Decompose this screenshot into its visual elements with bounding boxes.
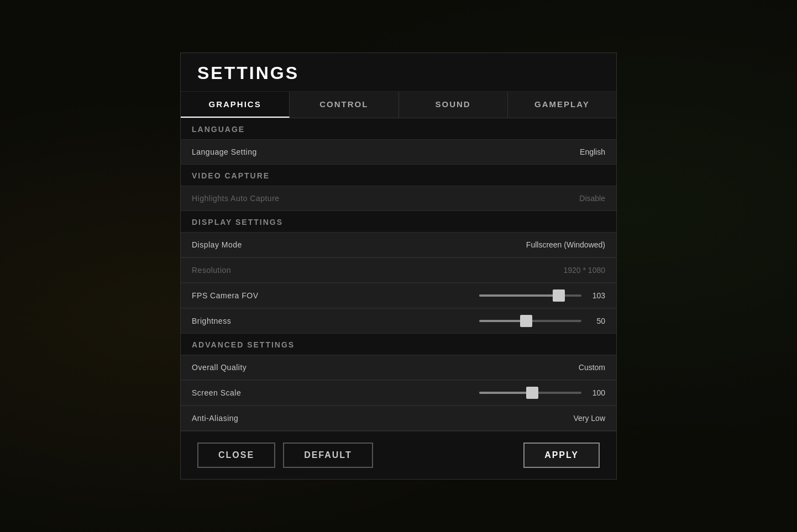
screen-scale-slider-fill xyxy=(479,392,532,394)
display-settings-section-header: DISPLAY SETTINGS xyxy=(181,211,616,232)
settings-window: SETTINGS GRAPHICS CONTROL SOUND GAMEPLAY… xyxy=(180,52,617,480)
tab-sound[interactable]: SOUND xyxy=(399,92,508,118)
resolution-value: 1920 * 1080 xyxy=(563,266,605,275)
fps-fov-value: 103 xyxy=(586,291,605,300)
footer-bar: CLOSE DEFAULT APPLY xyxy=(181,431,616,479)
display-mode-value: Fullscreen (Windowed) xyxy=(526,240,605,249)
anti-aliasing-label: Anti-Aliasing xyxy=(192,414,238,423)
fps-fov-row: FPS Camera FOV 103 xyxy=(181,283,616,308)
apply-button[interactable]: APPLY xyxy=(523,443,600,468)
display-settings-section-title: DISPLAY SETTINGS xyxy=(192,218,605,227)
video-capture-section-header: VIDEO CAPTURE xyxy=(181,165,616,186)
tabs-bar: GRAPHICS CONTROL SOUND GAMEPLAY xyxy=(181,92,616,118)
tab-control[interactable]: CONTROL xyxy=(290,92,398,118)
tab-graphics[interactable]: GRAPHICS xyxy=(181,92,290,118)
brightness-slider-thumb[interactable] xyxy=(520,315,532,327)
advanced-settings-section-header: ADVANCED SETTINGS xyxy=(181,334,616,355)
display-mode-row[interactable]: Display Mode Fullscreen (Windowed) xyxy=(181,232,616,257)
fps-fov-slider-fill xyxy=(479,294,559,297)
screen-scale-label: Screen Scale xyxy=(192,388,241,397)
language-section-header: LANGUAGE xyxy=(181,118,616,139)
settings-heading: SETTINGS xyxy=(197,63,600,83)
screen-scale-value: 100 xyxy=(586,388,605,397)
anti-aliasing-value: Very Low xyxy=(573,414,605,423)
language-setting-value: English xyxy=(580,148,605,156)
fps-fov-slider-thumb[interactable] xyxy=(553,289,565,302)
tab-gameplay[interactable]: GAMEPLAY xyxy=(508,92,616,118)
brightness-row: Brightness 50 xyxy=(181,308,616,334)
resolution-label: Resolution xyxy=(192,266,231,275)
fps-fov-label: FPS Camera FOV xyxy=(192,291,259,300)
brightness-slider-track[interactable] xyxy=(479,320,581,322)
highlights-setting-value: Disable xyxy=(579,194,605,203)
overall-quality-value: Custom xyxy=(579,363,605,372)
highlights-setting-label: Highlights Auto Capture xyxy=(192,194,280,203)
settings-title-bar: SETTINGS xyxy=(181,53,616,92)
highlights-setting-row[interactable]: Highlights Auto Capture Disable xyxy=(181,186,616,211)
footer-left-buttons: CLOSE DEFAULT xyxy=(197,443,373,468)
close-button[interactable]: CLOSE xyxy=(197,443,275,468)
screen-scale-row: Screen Scale 100 xyxy=(181,380,616,405)
resolution-row[interactable]: Resolution 1920 * 1080 xyxy=(181,257,616,283)
brightness-slider-container: 50 xyxy=(479,317,605,325)
content-area: LANGUAGE Language Setting English VIDEO … xyxy=(181,118,616,431)
brightness-value: 50 xyxy=(586,317,605,325)
language-section-title: LANGUAGE xyxy=(192,125,605,134)
display-mode-label: Display Mode xyxy=(192,240,242,249)
overall-quality-label: Overall Quality xyxy=(192,363,247,372)
brightness-label: Brightness xyxy=(192,317,231,325)
language-setting-row[interactable]: Language Setting English xyxy=(181,139,616,165)
screen-scale-slider-container: 100 xyxy=(479,388,605,397)
brightness-slider-fill xyxy=(479,320,526,322)
fps-fov-slider-track[interactable] xyxy=(479,294,581,297)
video-capture-section-title: VIDEO CAPTURE xyxy=(192,171,605,180)
screen-scale-slider-thumb[interactable] xyxy=(526,387,538,399)
overall-quality-row[interactable]: Overall Quality Custom xyxy=(181,355,616,380)
modal-overlay: SETTINGS GRAPHICS CONTROL SOUND GAMEPLAY… xyxy=(0,0,797,532)
screen-scale-slider-track[interactable] xyxy=(479,392,581,394)
advanced-settings-section-title: ADVANCED SETTINGS xyxy=(192,340,605,349)
anti-aliasing-row[interactable]: Anti-Aliasing Very Low xyxy=(181,405,616,431)
language-setting-label: Language Setting xyxy=(192,148,257,156)
fps-fov-slider-container: 103 xyxy=(479,291,605,300)
default-button[interactable]: DEFAULT xyxy=(283,443,373,468)
